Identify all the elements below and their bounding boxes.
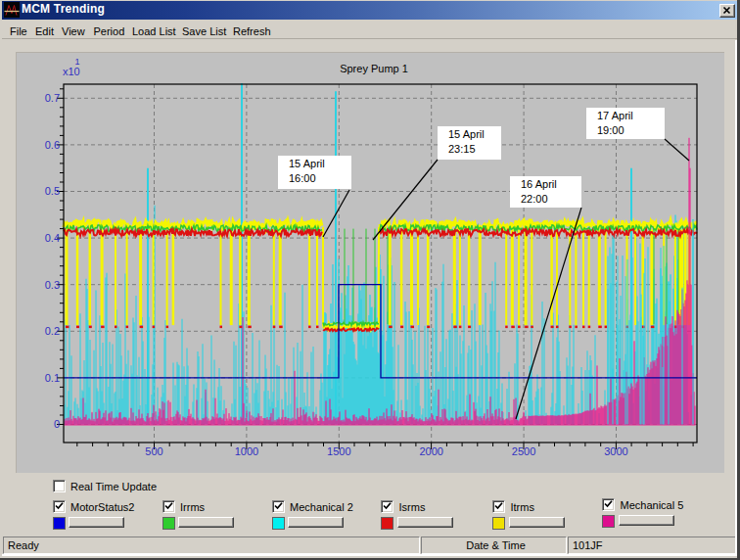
svg-text:3000: 3000	[604, 445, 627, 457]
svg-text:0.7: 0.7	[45, 92, 60, 104]
svg-text:x10: x10	[63, 66, 80, 77]
svg-text:1000: 1000	[235, 445, 258, 457]
svg-text:2500: 2500	[512, 445, 535, 457]
svg-text:0.1: 0.1	[45, 372, 60, 384]
svg-text:0.4: 0.4	[45, 232, 60, 244]
svg-text:1: 1	[75, 57, 80, 67]
svg-text:1500: 1500	[327, 445, 350, 457]
svg-text:23:15: 23:15	[448, 143, 476, 155]
svg-text:Sprey Pump 1: Sprey Pump 1	[340, 63, 408, 74]
svg-text:0.2: 0.2	[45, 325, 60, 337]
svg-text:17 April: 17 April	[597, 110, 633, 121]
svg-text:16:00: 16:00	[289, 172, 316, 184]
svg-text:15 April: 15 April	[289, 158, 325, 169]
svg-text:0: 0	[54, 418, 60, 430]
svg-text:15 April: 15 April	[448, 128, 485, 140]
svg-text:0.5: 0.5	[45, 185, 60, 197]
svg-text:22:00: 22:00	[521, 193, 548, 205]
svg-text:0.3: 0.3	[45, 279, 60, 291]
svg-text:500: 500	[145, 445, 162, 457]
svg-text:19:00: 19:00	[597, 124, 624, 136]
svg-text:2000: 2000	[419, 445, 442, 457]
svg-text:16 April: 16 April	[521, 178, 557, 190]
svg-text:0.6: 0.6	[45, 139, 60, 151]
